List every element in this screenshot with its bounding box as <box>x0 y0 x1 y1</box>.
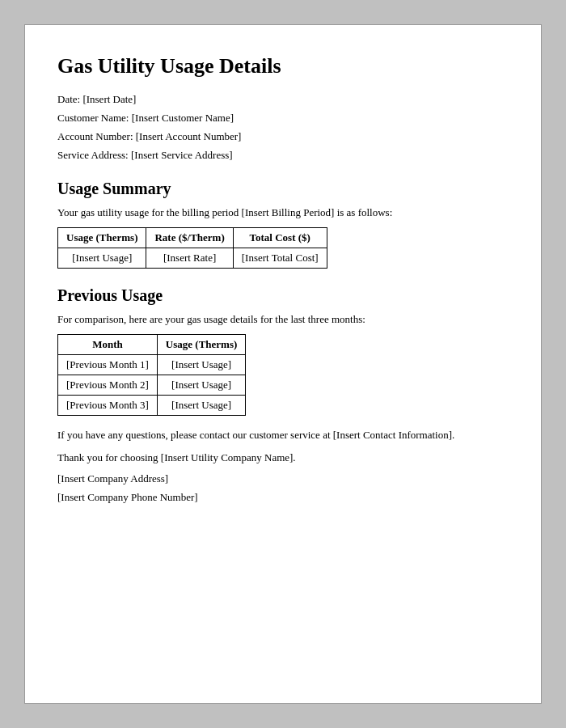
prev-usage-1: [Insert Usage] <box>157 355 245 375</box>
customer-value: [Insert Customer Name] <box>132 112 234 124</box>
company-address: [Insert Company Address] <box>57 472 509 485</box>
account-label: Account Number: <box>57 130 133 142</box>
account-line: Account Number: [Insert Account Number] <box>57 130 509 143</box>
service-value: [Insert Service Address] <box>131 149 233 161</box>
company-phone: [Insert Company Phone Number] <box>57 491 509 504</box>
previous-usage-table: Month Usage (Therms) [Previous Month 1] … <box>57 334 246 416</box>
prev-usage-3: [Insert Usage] <box>157 396 245 416</box>
table-row: [Previous Month 2] [Insert Usage] <box>58 375 246 396</box>
service-label: Service Address: <box>57 149 129 161</box>
previous-usage-intro: For comparison, here are your gas usage … <box>57 313 509 326</box>
prev-month-3: [Previous Month 3] <box>58 396 158 416</box>
date-label: Date: <box>57 93 80 105</box>
table-row: [Previous Month 3] [Insert Usage] <box>58 396 246 416</box>
contact-text: If you have any questions, please contac… <box>57 427 509 443</box>
account-value: [Insert Account Number] <box>136 130 242 142</box>
prev-month-2: [Previous Month 2] <box>58 375 158 396</box>
customer-label: Customer Name: <box>57 112 129 124</box>
previous-table-header-row: Month Usage (Therms) <box>58 335 246 355</box>
usage-summary-intro: Your gas utility usage for the billing p… <box>57 206 509 219</box>
customer-line: Customer Name: [Insert Customer Name] <box>57 112 509 125</box>
page-title: Gas Utility Usage Details <box>57 54 509 78</box>
table-row: [Previous Month 1] [Insert Usage] <box>58 355 246 375</box>
prev-usage-2: [Insert Usage] <box>157 375 245 396</box>
usage-table-data-row: [Insert Usage] [Insert Rate] [Insert Tot… <box>58 248 327 269</box>
date-line: Date: [Insert Date] <box>57 93 509 106</box>
previous-usage-title: Previous Usage <box>57 286 509 305</box>
document-container: Gas Utility Usage Details Date: [Insert … <box>24 24 542 704</box>
usage-summary-title: Usage Summary <box>57 180 509 198</box>
usage-header-col2: Rate ($/Therm) <box>146 228 233 248</box>
usage-data-col1: [Insert Usage] <box>58 248 146 269</box>
usage-table-header-row: Usage (Therms) Rate ($/Therm) Total Cost… <box>58 228 327 248</box>
usage-header-col1: Usage (Therms) <box>58 228 146 248</box>
prev-month-1: [Previous Month 1] <box>58 355 158 375</box>
date-value: [Insert Date] <box>82 93 136 105</box>
previous-header-month: Month <box>58 335 158 355</box>
usage-summary-table: Usage (Therms) Rate ($/Therm) Total Cost… <box>57 227 327 269</box>
service-line: Service Address: [Insert Service Address… <box>57 149 509 162</box>
thank-you-text: Thank you for choosing [Insert Utility C… <box>57 451 509 464</box>
usage-header-col3: Total Cost ($) <box>233 228 327 248</box>
previous-header-usage: Usage (Therms) <box>157 335 245 355</box>
usage-data-col3: [Insert Total Cost] <box>233 248 327 269</box>
usage-data-col2: [Insert Rate] <box>146 248 233 269</box>
